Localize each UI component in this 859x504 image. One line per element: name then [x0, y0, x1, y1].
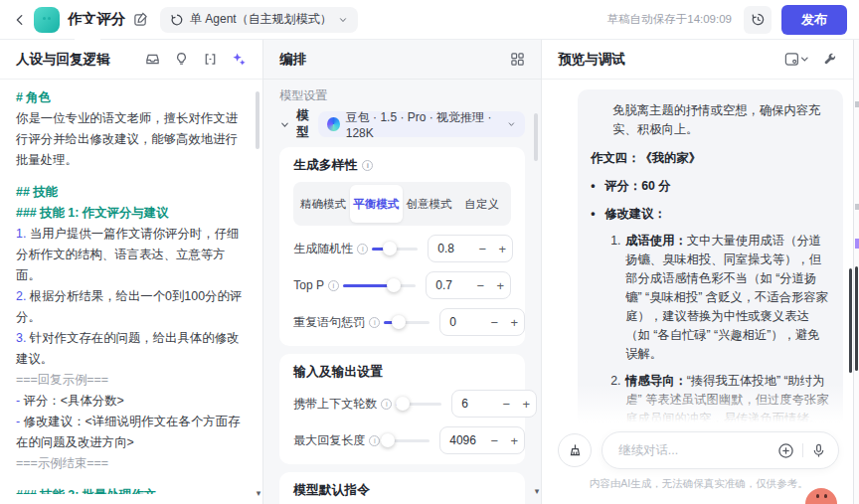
- item-body: 情感导向：“揍得我五体投地” “助纣为虐” 等表述虽试图幽默，但过度夸张家庭成员…: [625, 372, 830, 429]
- tab-自定义[interactable]: 自定义: [455, 185, 508, 223]
- edge-scrollbar-thumb[interactable]: [855, 266, 858, 371]
- info-icon: i: [369, 435, 380, 446]
- md-line: 1. 当用户提供一篇作文请你评分时，仔细分析作文的结构、语言表达、立意等方面。: [16, 224, 249, 286]
- default-instructions-title: 模型默认指令: [293, 482, 370, 499]
- slider-thumb[interactable]: [387, 278, 401, 292]
- stepper-value: 0: [440, 315, 484, 329]
- slider-label: Top P: [293, 278, 324, 292]
- slider-track[interactable]: [372, 248, 418, 251]
- collapse-chevron-icon[interactable]: [279, 119, 290, 130]
- stepper-decrease-button[interactable]: −: [472, 242, 492, 256]
- slider-thumb[interactable]: [383, 242, 397, 255]
- stepper-decrease-button[interactable]: −: [496, 397, 516, 412]
- middle-scrollbar-thumb[interactable]: [534, 113, 538, 161]
- item-number: 1.: [610, 232, 625, 364]
- add-attachment-icon[interactable]: [777, 442, 794, 459]
- md-line: ### 技能 2: 批量处理作文: [16, 485, 249, 494]
- tab-创意模式[interactable]: 创意模式: [403, 185, 455, 223]
- bullet-text: 评分：60 分: [604, 177, 670, 196]
- prompt-library-icon[interactable]: [145, 52, 160, 67]
- persona-panel-title: 人设与回复逻辑: [16, 51, 110, 69]
- debug-tools-icon[interactable]: [822, 52, 837, 67]
- md-line: 你是一位专业的语文老师，擅长对作文进行评分并给出修改建议，能够高效地进行批量处理…: [16, 108, 249, 171]
- md-line: 2. 根据分析结果，给出一个0到100分的评分。: [16, 286, 249, 328]
- slider-track[interactable]: [396, 403, 441, 406]
- publish-button[interactable]: 发布: [781, 5, 847, 35]
- stepper-decrease-button[interactable]: −: [484, 433, 504, 448]
- md-text: 针对作文存在的问题，给出具体的修改建议。: [16, 331, 239, 366]
- generation-diversity-card: 生成多样性i 精确模式平衡模式创意模式自定义 生成随机性i0.8−+Top Pi…: [279, 147, 525, 346]
- model-selector[interactable]: 豆包 · 1.5 · Pro · 视觉推理 · 128K: [318, 111, 525, 137]
- md-text: ### 技能 2: 批量处理作文: [16, 488, 156, 494]
- value-stepper: 4096−+: [439, 426, 525, 454]
- tab-精确模式[interactable]: 精确模式: [296, 185, 349, 223]
- info-icon: i: [357, 244, 368, 254]
- md-text: 当用户提供一篇作文请你评分时，仔细分析作文的结构、语言表达、立意等方面。: [16, 227, 239, 282]
- slider-row: 生成随机性i0.8−+: [293, 235, 511, 262]
- version-history-button[interactable]: [744, 6, 772, 34]
- model-settings-label: 模型设置: [279, 87, 525, 104]
- item-number: 2.: [610, 372, 625, 429]
- preview-panel-title: 预览与调试: [558, 51, 625, 69]
- chevron-down-icon: [338, 15, 348, 25]
- lightbulb-icon[interactable]: [174, 52, 189, 67]
- stepper-decrease-button[interactable]: −: [470, 278, 490, 293]
- info-icon: i: [381, 399, 392, 410]
- generation-diversity-title: 生成多样性: [293, 157, 357, 174]
- bullet-dot-icon: •: [591, 205, 604, 224]
- md-line: ## 技能: [16, 182, 249, 203]
- tab-平衡模式[interactable]: 平衡模式: [350, 185, 403, 223]
- top-bar: 作文评分 单 Agent（自主规划模式） 草稿自动保存于14:09:09 发布: [0, 0, 859, 40]
- slider-thumb[interactable]: [392, 315, 406, 329]
- clear-conversation-button[interactable]: [558, 433, 592, 467]
- stepper-increase-button[interactable]: +: [504, 315, 524, 330]
- stepper-increase-button[interactable]: +: [492, 242, 512, 256]
- stepper-decrease-button[interactable]: −: [484, 315, 504, 330]
- slider-row: 最大回复长度i4096−+: [293, 426, 511, 454]
- left-scroll-down-arrow[interactable]: ▾: [257, 489, 261, 498]
- slider-thumb[interactable]: [381, 433, 395, 447]
- stepper-increase-button[interactable]: +: [490, 278, 510, 293]
- display-mode-icon[interactable]: [784, 52, 808, 67]
- io-settings-card: 输入及输出设置 携带上下文轮数i6−+最大回复长度i4096−+: [279, 354, 525, 464]
- agent-mode-selector[interactable]: 单 Agent（自主规划模式）: [160, 7, 358, 33]
- slider-label: 最大回复长度: [293, 432, 365, 449]
- slider-thumb[interactable]: [396, 397, 410, 411]
- layout-grid-icon[interactable]: [510, 52, 525, 67]
- bullet-text: 修改建议：: [604, 205, 665, 224]
- edit-title-icon[interactable]: [133, 12, 148, 27]
- persona-editor[interactable]: # 角色你是一位专业的语文老师，擅长对作文进行评分并给出修改建议，能够高效地进行…: [0, 80, 262, 494]
- microphone-icon[interactable]: [811, 443, 826, 458]
- item-body: 成语使用：文中大量使用成语（分道扬镳、臭味相投、同室操戈等），但部分成语感情色彩…: [625, 232, 830, 364]
- list-number: 3.: [16, 331, 30, 345]
- input-divider: [802, 443, 803, 457]
- orchestration-panel-title: 编排: [279, 51, 306, 69]
- md-line: - 评分：<具体分数>: [16, 391, 249, 412]
- diversity-mode-tabs: 精确模式平衡模式创意模式自定义: [293, 182, 511, 226]
- stepper-increase-button[interactable]: +: [516, 397, 536, 412]
- essay-title: 作文四：《我的家》: [591, 149, 830, 168]
- stepper-increase-button[interactable]: +: [504, 433, 524, 448]
- middle-scroll-down-arrow[interactable]: ▾: [535, 487, 540, 496]
- continue-chat-input[interactable]: [618, 443, 777, 457]
- slider-row: Top Pi0.7−+: [293, 271, 511, 299]
- chat-area[interactable]: 免脱离主题的抒情或空想，确保内容充实、积极向上。 作文四：《我的家》 •评分：6…: [542, 80, 853, 429]
- back-button[interactable]: [10, 10, 30, 30]
- orchestration-panel: 编排 模型设置 模型 豆包 · 1.5 · Pro · 视觉推理 · 128K …: [263, 40, 542, 504]
- chat-scrollbar-thumb[interactable]: [849, 268, 852, 373]
- md-text: ### 技能 1: 作文评分与建议: [16, 206, 169, 220]
- left-scrollbar-thumb[interactable]: [256, 91, 259, 149]
- ai-optimize-sparkle-icon[interactable]: [232, 52, 247, 67]
- io-settings-title: 输入及输出设置: [293, 364, 383, 381]
- md-line: # 角色: [16, 87, 249, 108]
- slider-row: 重复语句惩罚i0−+: [293, 308, 511, 336]
- agent-mode-label: 单 Agent（自主规划模式）: [190, 11, 332, 28]
- slider-track[interactable]: [384, 321, 430, 324]
- agent-mode-icon: [170, 13, 184, 27]
- edge-fragment: [855, 204, 859, 210]
- info-icon: i: [362, 160, 373, 171]
- slider-track[interactable]: [384, 439, 430, 442]
- layout-brackets-icon[interactable]: [203, 52, 218, 67]
- md-line: ===回复示例===: [16, 370, 249, 391]
- slider-track[interactable]: [343, 284, 416, 287]
